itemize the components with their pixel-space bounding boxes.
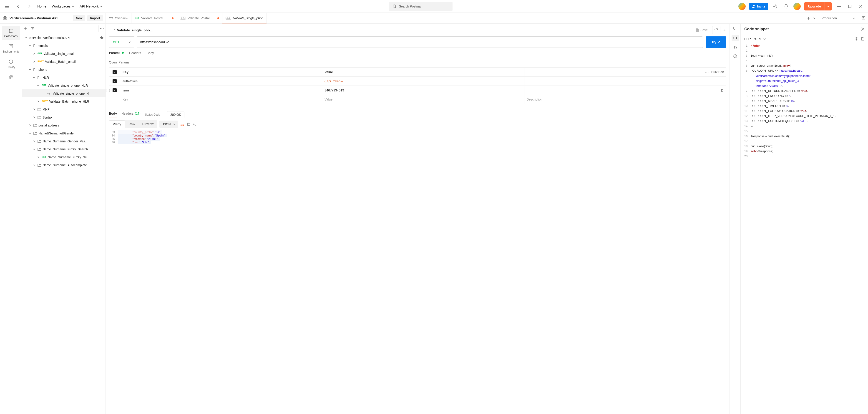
new-value-input[interactable]: Value — [322, 95, 524, 104]
share-button[interactable] — [712, 26, 720, 34]
nav-home[interactable]: Home — [36, 3, 47, 9]
tree-item[interactable]: Name_Surname_Fuzzy_Search — [22, 145, 105, 153]
save-button[interactable]: Save — [693, 27, 710, 33]
code-icon[interactable] — [732, 35, 739, 41]
notifications-icon[interactable] — [782, 3, 790, 10]
search-response-icon[interactable] — [193, 122, 196, 126]
param-value[interactable]: 34677934019 — [322, 86, 524, 95]
info-icon[interactable] — [733, 54, 737, 58]
search-input[interactable]: Search Postman — [389, 2, 453, 11]
response-tab-body[interactable]: Body — [109, 112, 117, 118]
view-raw[interactable]: Raw — [125, 120, 139, 128]
param-value[interactable]: {{api_token}} — [322, 77, 524, 86]
svg-point-21 — [706, 72, 707, 72]
tree-item[interactable]: postal address — [22, 121, 105, 129]
tab-body[interactable]: Body — [147, 51, 154, 57]
tree-item[interactable]: GETValidate_single_email — [22, 50, 105, 58]
close-snippet-icon[interactable] — [861, 28, 864, 31]
col-more-icon[interactable] — [705, 72, 709, 72]
star-icon[interactable] — [100, 36, 104, 40]
tree-item[interactable]: Syntax — [22, 113, 105, 121]
tree-item[interactable]: POSTValidate_Batch_phone_HLR — [22, 97, 105, 105]
row-checkbox[interactable]: ✓ — [113, 79, 117, 83]
request-more-icon[interactable] — [723, 30, 726, 30]
tree-item[interactable]: HLR — [22, 73, 105, 82]
select-all-checkbox[interactable]: ✓ — [113, 70, 117, 74]
try-button[interactable]: Try — [706, 36, 726, 48]
tree-item[interactable]: Name_Surname_Autocomplete — [22, 161, 105, 169]
tree-item[interactable]: MNP — [22, 105, 105, 113]
param-row[interactable]: ⋮⋮✓term34677934019 — [109, 86, 726, 95]
format-picker[interactable]: JSON — [159, 121, 178, 128]
nav-workspaces[interactable]: Workspaces — [51, 3, 75, 9]
drag-handle-icon[interactable]: ⋮⋮ — [109, 88, 111, 92]
bulk-edit-button[interactable]: Bulk Edit — [711, 70, 724, 74]
new-button[interactable]: New — [73, 15, 85, 21]
response-tab-headers[interactable]: Headers (17) — [121, 112, 141, 118]
settings-icon[interactable] — [772, 3, 779, 10]
comments-icon[interactable] — [733, 26, 738, 30]
sidebar-more-icon[interactable] — [100, 28, 104, 29]
tree-item[interactable]: GETName_Surname_Fuzzy_Se... — [22, 153, 105, 161]
rail-history[interactable]: History — [2, 57, 20, 71]
view-pretty[interactable]: Pretty — [109, 120, 125, 128]
param-desc[interactable] — [524, 86, 726, 95]
tab-menu-icon[interactable] — [813, 18, 815, 19]
view-preview[interactable]: Preview — [139, 120, 157, 128]
tree-item[interactable]: Name&Surname&Gender — [22, 129, 105, 137]
forward-icon[interactable] — [26, 3, 33, 10]
nav-api-network[interactable]: API Network — [79, 3, 103, 9]
create-icon[interactable] — [24, 27, 28, 30]
tab[interactable]: e.g.Validate_single_phon — [222, 13, 267, 23]
copy-response-icon[interactable] — [187, 122, 190, 126]
environment-quicklook-icon[interactable] — [859, 16, 868, 20]
tab-headers[interactable]: Headers — [129, 51, 141, 57]
param-desc[interactable] — [524, 77, 726, 86]
snippet-settings-icon[interactable] — [855, 37, 859, 41]
new-desc-input[interactable]: Description — [524, 95, 726, 104]
environment-picker[interactable]: Production — [818, 13, 859, 23]
response-body[interactable]: 33 "country_prefix": "34",34 "country_na… — [106, 130, 730, 414]
tab[interactable]: Overview — [106, 13, 131, 23]
user-avatar[interactable] — [794, 3, 801, 10]
param-key[interactable]: term — [120, 86, 322, 95]
tree-item[interactable]: Name_Surname_Gender_Vali... — [22, 137, 105, 145]
url-input[interactable]: https://dashboard.ve... — [137, 36, 703, 48]
trash-icon[interactable] — [721, 88, 724, 92]
row-checkbox[interactable]: ✓ — [113, 88, 117, 92]
minimize-icon[interactable] — [835, 3, 842, 10]
tab[interactable]: GETValidate_Postal_Add — [131, 13, 177, 23]
tab-params[interactable]: Params — [109, 51, 124, 57]
invite-button[interactable]: Invite — [749, 3, 768, 10]
window-close-icon[interactable] — [857, 3, 864, 10]
upgrade-button[interactable]: Upgrade — [804, 2, 832, 10]
wrap-lines-icon[interactable] — [180, 123, 184, 126]
status-code[interactable]: 200 OK — [167, 111, 184, 118]
tree-item[interactable]: phone — [22, 65, 105, 73]
team-avatar[interactable] — [738, 3, 746, 10]
breadcrumb[interactable]: ... — [109, 28, 112, 32]
rail-collections[interactable]: Collections — [2, 26, 20, 40]
import-button[interactable]: Import — [87, 15, 103, 21]
copy-snippet-icon[interactable] — [861, 37, 864, 41]
refresh-icon[interactable] — [733, 46, 737, 50]
param-row[interactable]: ✓auth-token{{api_token}} — [109, 77, 726, 86]
method-picker[interactable]: GET — [109, 36, 134, 48]
language-picker[interactable]: PHP - cURL — [744, 37, 766, 41]
hamburger-icon[interactable] — [4, 3, 11, 10]
tab[interactable]: e.g.Validate_Postal_Add — [177, 13, 222, 23]
tree-item[interactable]: e.g.Validate_single_phone_H... — [22, 89, 105, 97]
snippet-code[interactable]: 1<?php23$curl = curl_init();45curl_setop… — [741, 43, 868, 414]
back-icon[interactable] — [14, 3, 22, 10]
rail-more-icon[interactable] — [2, 72, 20, 82]
new-tab-icon[interactable] — [807, 17, 810, 20]
rail-environments[interactable]: Environments — [2, 41, 20, 56]
tree-item[interactable]: emails — [22, 41, 105, 50]
filter-input[interactable] — [29, 25, 99, 32]
new-key-input[interactable]: Key — [120, 95, 322, 104]
param-key[interactable]: auth-token — [120, 77, 322, 86]
maximize-icon[interactable] — [846, 3, 854, 10]
tree-item[interactable]: POSTValidate_Batch_email — [22, 58, 105, 65]
collection-root[interactable]: Servicios Verificaremails API — [22, 34, 105, 41]
tree-item[interactable]: GETValidate_single_phone_HLR — [22, 82, 105, 89]
